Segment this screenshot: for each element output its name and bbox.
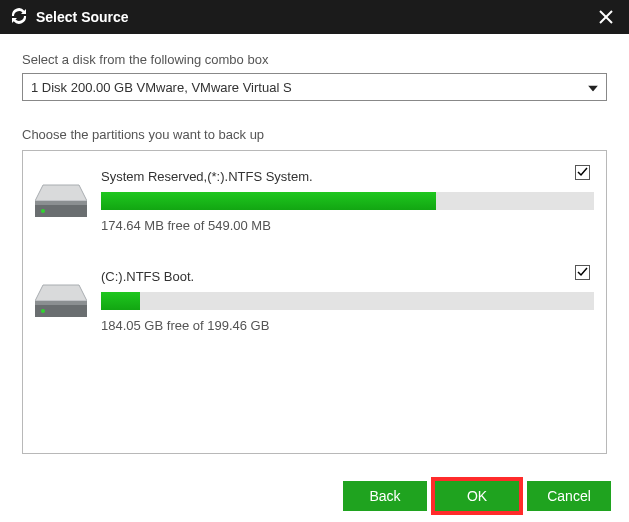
svg-rect-11 <box>35 301 87 305</box>
back-button[interactable]: Back <box>343 481 427 511</box>
title-bar: Select Source <box>0 0 629 34</box>
svg-marker-2 <box>588 86 598 92</box>
close-button[interactable] <box>591 2 621 32</box>
chevron-down-icon <box>588 80 598 95</box>
content-area: Select a disk from the following combo b… <box>0 34 629 454</box>
svg-point-12 <box>41 309 45 313</box>
partition-checkbox[interactable] <box>575 265 590 281</box>
cycle-icon <box>10 7 28 28</box>
checkmark-icon <box>575 165 590 180</box>
svg-point-7 <box>41 209 45 213</box>
usage-bar-fill <box>101 292 140 310</box>
footer: Back OK Cancel <box>0 470 629 522</box>
svg-marker-3 <box>35 185 87 201</box>
partition-panel: System Reserved,(*:).NTFS System. 174.64… <box>22 150 607 454</box>
partition-free-text: 174.64 MB free of 549.00 MB <box>101 218 594 233</box>
disk-combo[interactable]: 1 Disk 200.00 GB VMware, VMware Virtual … <box>22 73 607 101</box>
svg-marker-8 <box>35 285 87 301</box>
usage-bar <box>101 292 594 310</box>
cancel-button[interactable]: Cancel <box>527 481 611 511</box>
usage-bar-fill <box>101 192 436 210</box>
svg-rect-6 <box>35 201 87 205</box>
disk-icon <box>35 281 87 333</box>
disk-icon <box>35 181 87 233</box>
partition-row[interactable]: System Reserved,(*:).NTFS System. 174.64… <box>35 165 594 261</box>
combo-selected-text: 1 Disk 200.00 GB VMware, VMware Virtual … <box>31 80 292 95</box>
usage-bar <box>101 192 594 210</box>
dialog-title: Select Source <box>36 9 129 25</box>
ok-button[interactable]: OK <box>435 481 519 511</box>
partition-free-text: 184.05 GB free of 199.46 GB <box>101 318 594 333</box>
partition-select-label: Choose the partitions you want to back u… <box>22 127 607 142</box>
partition-name: (C:).NTFS Boot. <box>101 269 594 284</box>
close-icon <box>599 10 613 24</box>
partition-row[interactable]: (C:).NTFS Boot. 184.05 GB free of 199.46… <box>35 265 594 361</box>
partition-name: System Reserved,(*:).NTFS System. <box>101 169 594 184</box>
checkmark-icon <box>575 265 590 280</box>
partition-checkbox[interactable] <box>575 165 590 181</box>
disk-select-label: Select a disk from the following combo b… <box>22 52 607 67</box>
